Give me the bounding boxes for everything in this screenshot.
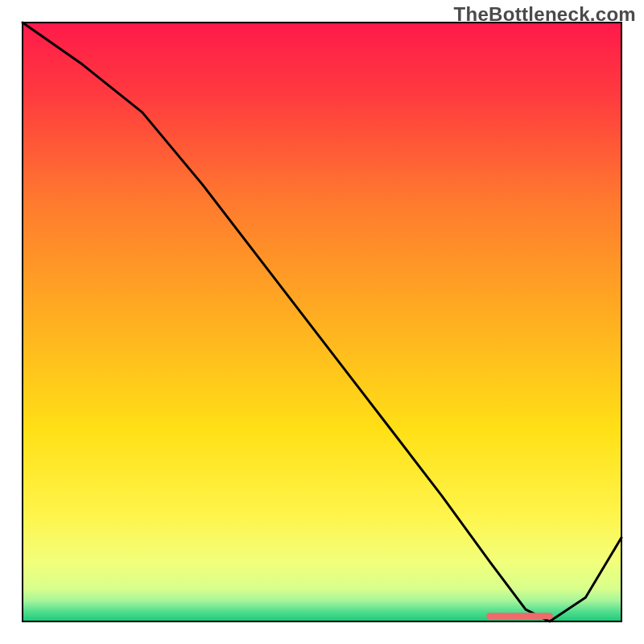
plot-background: [23, 23, 621, 621]
chart-svg: [0, 0, 644, 644]
plot-area: [23, 23, 621, 621]
watermark-text: TheBottleneck.com: [454, 3, 636, 26]
